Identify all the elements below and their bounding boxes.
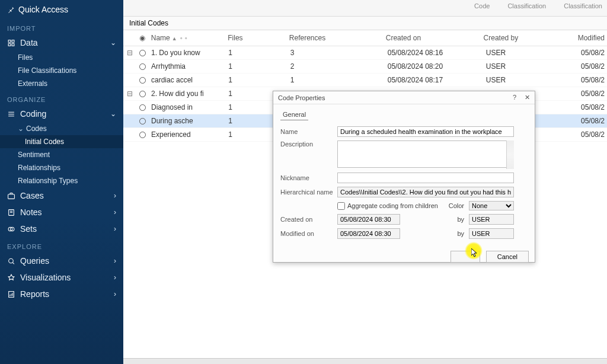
top-col-code: Code — [474, 2, 490, 9]
nav-viz-label: Visualizations — [20, 273, 71, 282]
description-input[interactable] — [337, 141, 514, 168]
sidebar: Quick Access IMPORT Data ⌄ Files File Cl… — [0, 0, 123, 364]
chevron-down-icon: ⌄ — [18, 124, 24, 133]
created-on-field — [337, 214, 400, 225]
table-row[interactable]: Arrhythmia1205/08/2024 08:20USER05/08/2 — [123, 60, 607, 74]
nav-data-label: Data — [20, 38, 38, 47]
sets-icon — [7, 225, 15, 233]
section-organize: ORGANIZE — [0, 90, 123, 106]
svg-rect-2 — [8, 43, 11, 46]
svg-rect-0 — [8, 40, 11, 42]
quick-access-header[interactable]: Quick Access — [0, 0, 123, 19]
nav-relationships[interactable]: Relationships — [0, 161, 123, 174]
dialog-title: Code Properties — [278, 94, 325, 101]
chevron-down-icon: ⌄ — [110, 39, 116, 47]
nav-reports[interactable]: Reports › — [0, 286, 123, 302]
section-import: IMPORT — [0, 19, 123, 34]
nav-sets-label: Sets — [20, 224, 37, 234]
grid-icon — [7, 39, 15, 47]
nav-sentiment[interactable]: Sentiment — [0, 148, 123, 161]
nickname-input[interactable] — [337, 173, 514, 183]
ok-button[interactable] — [451, 251, 480, 263]
chevron-right-icon: › — [114, 257, 116, 265]
column-files[interactable]: Files — [225, 34, 287, 42]
code-properties-dialog: Code Properties ? ✕ General Name Descrip… — [273, 91, 535, 263]
column-modified[interactable]: Modified — [576, 34, 607, 42]
pin-icon — [7, 6, 15, 14]
top-col-class1: Classification — [507, 2, 546, 9]
cancel-button[interactable]: Cancel — [486, 251, 529, 263]
label-color: Color — [449, 202, 464, 209]
quick-access-label: Quick Access — [18, 5, 68, 14]
tab-general[interactable]: General — [280, 109, 308, 120]
note-icon — [7, 209, 15, 216]
chevron-right-icon: › — [114, 208, 116, 216]
label-name: Name — [280, 128, 337, 135]
top-col-class2: Classification — [564, 2, 602, 9]
table-header: ◉ Name▲ ⚬⚬ Files References Created on C… — [123, 30, 607, 46]
created-by-field — [469, 214, 514, 225]
svg-point-13 — [9, 258, 14, 263]
chevron-right-icon: › — [114, 191, 116, 200]
coding-icon — [7, 110, 15, 118]
nav-cases-label: Cases — [20, 191, 44, 200]
status-bar — [123, 358, 607, 364]
nav-files[interactable]: Files — [0, 51, 123, 64]
close-icon[interactable]: ✕ — [525, 94, 530, 101]
column-created-on[interactable]: Created on — [384, 34, 481, 42]
modified-by-field — [469, 228, 514, 239]
nav-coding[interactable]: Coding ⌄ — [0, 106, 123, 122]
nav-data[interactable]: Data ⌄ — [0, 34, 123, 51]
aggregate-checkbox[interactable] — [337, 202, 345, 210]
nav-visualizations[interactable]: Visualizations › — [0, 269, 123, 286]
nav-cases[interactable]: Cases › — [0, 187, 123, 204]
label-aggregate: Aggregate coding from children — [347, 202, 438, 209]
svg-rect-3 — [12, 43, 14, 46]
column-references[interactable]: References — [287, 34, 384, 42]
column-created-by[interactable]: Created by — [481, 34, 576, 42]
section-explore: EXPLORE — [0, 237, 123, 253]
nav-sets[interactable]: Sets › — [0, 221, 123, 237]
nav-queries[interactable]: Queries › — [0, 253, 123, 269]
chevron-right-icon: › — [114, 290, 116, 298]
label-nickname: Nickname — [280, 174, 337, 181]
svg-rect-7 — [8, 194, 15, 199]
nav-reports-label: Reports — [20, 289, 49, 299]
label-hierarchical: Hierarchical name — [280, 189, 337, 196]
nav-notes[interactable]: Notes › — [0, 204, 123, 221]
column-name[interactable]: Name▲ ⚬⚬ — [149, 34, 225, 42]
chevron-down-icon: ⌄ — [110, 110, 116, 118]
help-icon[interactable]: ? — [513, 94, 516, 101]
label-description: Description — [280, 141, 337, 148]
nav-queries-label: Queries — [20, 256, 49, 266]
modified-on-field — [337, 228, 400, 239]
nav-file-classifications[interactable]: File Classifications — [0, 64, 123, 77]
label-modified-by: by — [457, 230, 464, 237]
name-input[interactable] — [337, 126, 514, 137]
color-select[interactable]: None — [469, 201, 514, 210]
nav-externals[interactable]: Externals — [0, 77, 123, 90]
sheet-title: Initial Codes — [123, 17, 607, 30]
svg-rect-1 — [12, 40, 14, 42]
table-row[interactable]: cardiac accel1105/08/2024 08:17USER05/08… — [123, 74, 607, 87]
nav-notes-label: Notes — [20, 207, 42, 217]
column-marker[interactable]: ◉ — [136, 34, 148, 42]
table-row[interactable]: ⊟1. Do you know1305/08/2024 08:16USER05/… — [123, 46, 607, 60]
ribbon-strip: Code Classification Classification — [123, 0, 607, 17]
nav-coding-label: Coding — [20, 109, 46, 119]
search-icon — [7, 257, 15, 265]
briefcase-icon — [7, 192, 15, 200]
report-icon — [7, 290, 15, 298]
hierarchical-name-field — [337, 187, 514, 197]
label-created-on: Created on — [280, 216, 337, 223]
viz-icon — [7, 274, 15, 282]
chevron-right-icon: › — [114, 225, 116, 233]
nav-codes[interactable]: ⌄Codes — [0, 122, 123, 135]
nav-relationship-types[interactable]: Relationship Types — [0, 174, 123, 187]
label-modified-on: Modified on — [280, 230, 337, 237]
nav-initial-codes[interactable]: Initial Codes — [0, 135, 123, 148]
label-created-by: by — [457, 216, 464, 223]
chevron-right-icon: › — [114, 273, 116, 282]
svg-line-14 — [12, 262, 14, 264]
dialog-titlebar[interactable]: Code Properties ? ✕ — [273, 91, 535, 104]
